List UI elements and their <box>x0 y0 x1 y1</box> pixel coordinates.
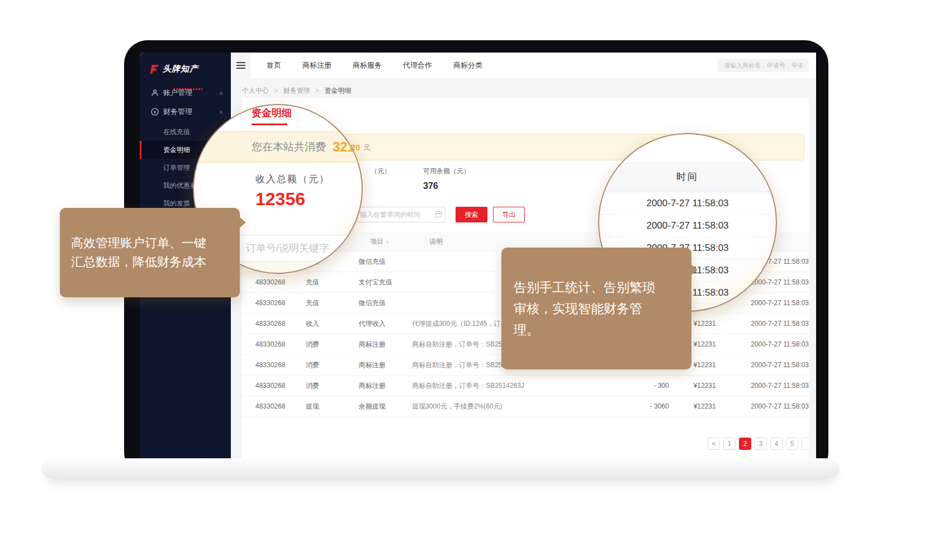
pagination-prev-button[interactable]: < <box>708 438 720 450</box>
magnified-time-column-header: 时间 <box>599 162 776 192</box>
cell-order: 48330268 <box>242 278 306 286</box>
sort-caret-icon: ∨ <box>386 239 390 245</box>
nav-item-home[interactable]: 首页 <box>267 60 281 70</box>
pagination-page-1[interactable]: 1 <box>723 438 736 450</box>
cell-balance: ¥12231 <box>669 402 722 410</box>
pagination-page-4[interactable]: 4 <box>770 438 783 450</box>
cell-type: 消费 <box>306 340 359 349</box>
cell-order: 48330268 <box>242 299 306 307</box>
brand-logo-icon <box>150 64 160 74</box>
sidebar-item-account-management[interactable]: 账户管理 ∨ <box>140 84 231 102</box>
chevron-down-icon: ∨ <box>219 90 223 96</box>
nav-item-trademark-register[interactable]: 商标注册 <box>302 60 331 70</box>
stat-divider <box>418 167 419 189</box>
pagination-page-2-active[interactable]: 2 <box>739 438 751 450</box>
breadcrumb-separator: > <box>274 87 278 94</box>
cell-type: 充值 <box>306 298 359 308</box>
cell-project: 代理收入 <box>359 319 413 329</box>
cell-balance: ¥12231 <box>669 382 722 390</box>
callout-right: 告别手工统计、告别繁琐 审核，实现智能财务管 理。 <box>501 248 691 369</box>
cell-project: 余额提现 <box>359 402 413 411</box>
breadcrumb-current: 资金明细 <box>324 87 351 94</box>
laptop-base <box>42 458 840 478</box>
callout-right-text: 告别手工统计、告别繁琐 审核，实现智能财务管 理。 <box>514 280 655 337</box>
cell-project: 商标注册 <box>359 340 413 349</box>
magnified-time-cell: 2000-7-27 11:58:03 <box>599 192 776 215</box>
cell-time: 2000-7-27 11:58:03 <box>722 320 809 328</box>
cell-order: 48330268 <box>242 361 306 369</box>
finance-icon: ¥ <box>151 108 159 116</box>
hamburger-menu-button[interactable] <box>231 53 251 78</box>
column-header-project[interactable]: 项目∨ <box>370 237 429 246</box>
laptop-mockup: 头牌知产 账户管理 ∨ ¥ 财务管理 ∧ 在线充值 资金明细 订单管理 我的优惠… <box>0 0 948 560</box>
brand-logo[interactable]: 头牌知产 <box>150 64 198 74</box>
user-icon <box>151 89 159 97</box>
sidebar-item-label: 账户管理 <box>163 88 192 98</box>
cell-type: 消费 <box>306 360 359 370</box>
table-row: 48330268 提现 余额提现 提现3000元，手续费2%(60元) - 30… <box>242 396 809 417</box>
export-button[interactable]: 导出 <box>493 207 525 222</box>
nav-items: 首页 商标注册 商标服务 代理合作 商标分类 <box>267 53 482 78</box>
cell-order: 48330268 <box>242 320 306 328</box>
breadcrumb: 个人中心 > 财务管理 > 资金明细 <box>242 86 351 96</box>
cell-time: 2000-7-27 11:58:03 <box>722 340 809 348</box>
cell-order: 48330268 <box>242 382 306 390</box>
chevron-up-icon: ∧ <box>219 109 223 115</box>
cell-project: 商标注册 <box>359 360 413 370</box>
stat-available-balance: 可用余额（元） 376 <box>423 167 470 191</box>
breadcrumb-part[interactable]: 财务管理 <box>283 87 310 94</box>
stat-available-label: 可用余额（元） <box>423 167 470 176</box>
sidebar-item-finance-management[interactable]: ¥ 财务管理 ∧ <box>140 103 231 121</box>
cell-type: 充值 <box>306 278 359 287</box>
svg-text:¥: ¥ <box>153 110 157 115</box>
cell-project: 支付宝充值 <box>359 278 413 287</box>
cell-desc: 提现3000元，手续费2%(60元) <box>412 402 603 411</box>
time-filter-input[interactable] <box>354 207 445 222</box>
magnified-income-value: 12356 <box>255 189 305 210</box>
magnified-time-cell: 2000-7-27 11:58:03 <box>599 215 776 237</box>
cell-project: 商标注册 <box>359 381 413 391</box>
nav-item-trademark-service[interactable]: 商标服务 <box>353 60 382 70</box>
callout-arrow-right-icon <box>239 217 246 228</box>
stat-middle-label: （元） <box>371 167 391 176</box>
cell-type: 收入 <box>306 319 359 329</box>
pagination: < 1 2 3 4 5 <box>708 438 809 450</box>
table-row: 48330268 消费 商标注册 商标自助注册，订单号：SB2514263J -… <box>242 376 809 396</box>
magnified-income-label: 收入总额（元） <box>255 173 330 186</box>
cell-type: 提现 <box>306 402 359 411</box>
cell-time: 2000-7-27 11:58:03 <box>722 382 809 390</box>
cell-order: 48330268 <box>242 340 306 348</box>
cell-desc: 商标自助注册，订单号：SB2514263J <box>412 381 603 391</box>
trademark-search-input[interactable] <box>717 59 809 72</box>
callout-left-text: 高效管理账户订单、一键 汇总数据，降低财务成本 <box>71 236 206 269</box>
magnified-tab-funds-detail: 资金明细 <box>252 106 292 125</box>
callout-left: 高效管理账户订单、一键 汇总数据，降低财务成本 <box>60 208 240 297</box>
cell-amount: - 300 <box>604 382 669 390</box>
cell-amount: - 3060 <box>604 402 669 410</box>
cell-project: 微信充值 <box>359 257 413 267</box>
pagination-page-3[interactable]: 3 <box>755 438 767 450</box>
pagination-next-button-clipped[interactable] <box>802 438 809 450</box>
cell-project: 微信充值 <box>359 298 413 308</box>
breadcrumb-part[interactable]: 个人中心 <box>242 87 269 94</box>
cell-type: 消费 <box>306 381 359 391</box>
cell-time: 2000-7-27 11:58:03 <box>722 299 809 307</box>
sidebar-item-label: 财务管理 <box>163 107 192 117</box>
stat-available-value: 376 <box>423 181 470 191</box>
breadcrumb-separator: > <box>315 87 319 94</box>
nav-item-trademark-category[interactable]: 商标分类 <box>453 60 482 70</box>
magnified-consumption-banner: 您在本站共消费 32124 <box>193 131 363 163</box>
brand-name: 头牌知产 <box>163 64 198 74</box>
top-navigation: 首页 商标注册 商标服务 代理合作 商标分类 <box>231 53 816 78</box>
magnified-banner-prefix: 您在本站共消费 <box>252 140 326 154</box>
pagination-page-5[interactable]: 5 <box>786 438 798 450</box>
calendar-icon[interactable] <box>435 211 442 217</box>
cell-time: 2000-7-27 11:58:03 <box>722 361 809 369</box>
callout-arrow-right-icon <box>691 264 698 276</box>
search-button[interactable]: 搜索 <box>456 207 487 222</box>
cell-order: 48330268 <box>242 402 306 410</box>
cell-time: 2000-7-27 11:58:03 <box>722 402 809 410</box>
nav-item-agent-cooperation[interactable]: 代理合作 <box>403 60 432 70</box>
banner-unit: 元 <box>363 143 371 153</box>
